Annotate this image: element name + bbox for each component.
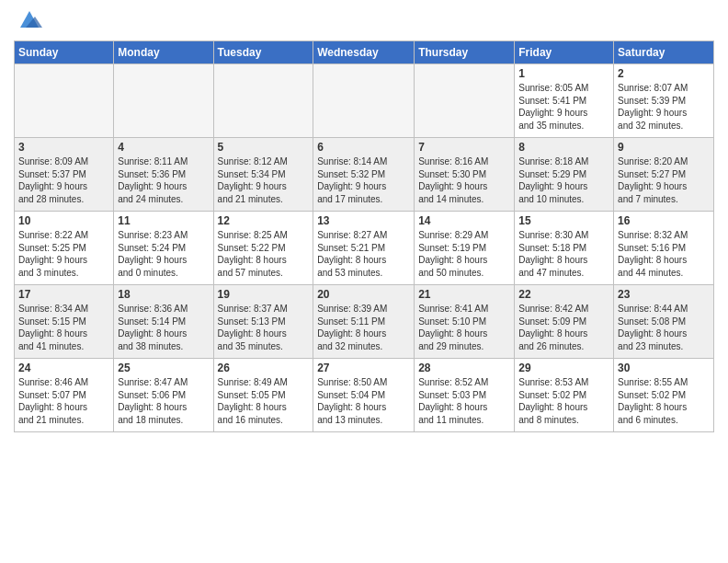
calendar-cell: 10Sunrise: 8:22 AM Sunset: 5:25 PM Dayli… [15, 212, 114, 285]
calendar-week-row: 10Sunrise: 8:22 AM Sunset: 5:25 PM Dayli… [15, 212, 714, 285]
day-number: 26 [218, 362, 310, 374]
day-number: 28 [418, 362, 510, 374]
day-info: Sunrise: 8:44 AM Sunset: 5:08 PM Dayligh… [618, 303, 710, 352]
day-number: 23 [618, 288, 710, 301]
calendar-cell: 27Sunrise: 8:50 AM Sunset: 5:04 PM Dayli… [313, 359, 415, 432]
day-number: 30 [618, 362, 710, 374]
day-number: 27 [317, 362, 410, 374]
calendar-cell: 26Sunrise: 8:49 AM Sunset: 5:05 PM Dayli… [213, 359, 313, 432]
calendar-cell: 16Sunrise: 8:32 AM Sunset: 5:16 PM Dayli… [614, 212, 714, 285]
day-info: Sunrise: 8:22 AM Sunset: 5:25 PM Dayligh… [18, 229, 109, 279]
weekday-header-monday: Monday [114, 41, 213, 64]
calendar-cell: 17Sunrise: 8:34 AM Sunset: 5:15 PM Dayli… [15, 285, 114, 359]
day-info: Sunrise: 8:23 AM Sunset: 5:24 PM Dayligh… [118, 229, 209, 279]
day-info: Sunrise: 8:32 AM Sunset: 5:16 PM Dayligh… [618, 229, 710, 279]
day-number: 20 [317, 288, 410, 301]
calendar-cell: 4Sunrise: 8:11 AM Sunset: 5:36 PM Daylig… [114, 138, 213, 212]
day-number: 3 [18, 141, 109, 154]
logo-icon [17, 7, 42, 33]
day-info: Sunrise: 8:49 AM Sunset: 5:05 PM Dayligh… [218, 376, 310, 426]
day-info: Sunrise: 8:25 AM Sunset: 5:22 PM Dayligh… [218, 229, 310, 279]
calendar-cell: 15Sunrise: 8:30 AM Sunset: 5:18 PM Dayli… [515, 212, 614, 285]
day-number: 22 [518, 288, 609, 301]
calendar-cell: 3Sunrise: 8:09 AM Sunset: 5:37 PM Daylig… [15, 138, 114, 212]
day-number: 8 [518, 141, 609, 154]
day-info: Sunrise: 8:47 AM Sunset: 5:06 PM Dayligh… [118, 376, 209, 426]
calendar-table: SundayMondayTuesdayWednesdayThursdayFrid… [14, 40, 714, 432]
calendar-cell [15, 64, 114, 138]
day-info: Sunrise: 8:12 AM Sunset: 5:34 PM Dayligh… [218, 155, 310, 205]
day-info: Sunrise: 8:14 AM Sunset: 5:32 PM Dayligh… [317, 155, 410, 205]
calendar-cell: 14Sunrise: 8:29 AM Sunset: 5:19 PM Dayli… [415, 212, 515, 285]
weekday-header-row: SundayMondayTuesdayWednesdayThursdayFrid… [15, 41, 714, 64]
day-info: Sunrise: 8:05 AM Sunset: 5:41 PM Dayligh… [518, 82, 609, 132]
calendar-cell: 12Sunrise: 8:25 AM Sunset: 5:22 PM Dayli… [213, 212, 313, 285]
calendar-cell: 9Sunrise: 8:20 AM Sunset: 5:27 PM Daylig… [614, 138, 714, 212]
day-info: Sunrise: 8:34 AM Sunset: 5:15 PM Dayligh… [18, 303, 109, 352]
page: SundayMondayTuesdayWednesdayThursdayFrid… [0, 0, 728, 442]
day-info: Sunrise: 8:16 AM Sunset: 5:30 PM Dayligh… [418, 155, 510, 205]
day-number: 19 [218, 288, 310, 301]
day-number: 29 [518, 362, 609, 374]
calendar-cell: 13Sunrise: 8:27 AM Sunset: 5:21 PM Dayli… [313, 212, 415, 285]
day-info: Sunrise: 8:52 AM Sunset: 5:03 PM Dayligh… [418, 376, 510, 426]
calendar-week-row: 3Sunrise: 8:09 AM Sunset: 5:37 PM Daylig… [15, 138, 714, 212]
day-number: 7 [418, 141, 510, 154]
calendar-cell: 7Sunrise: 8:16 AM Sunset: 5:30 PM Daylig… [415, 138, 515, 212]
logo [14, 13, 42, 33]
calendar-cell [415, 64, 515, 138]
calendar-cell [114, 64, 213, 138]
calendar-cell: 29Sunrise: 8:53 AM Sunset: 5:02 PM Dayli… [515, 359, 614, 432]
calendar-cell: 25Sunrise: 8:47 AM Sunset: 5:06 PM Dayli… [114, 359, 213, 432]
day-info: Sunrise: 8:30 AM Sunset: 5:18 PM Dayligh… [518, 229, 609, 279]
day-info: Sunrise: 8:18 AM Sunset: 5:29 PM Dayligh… [518, 155, 609, 205]
weekday-header-sunday: Sunday [15, 41, 114, 64]
day-number: 13 [317, 214, 410, 227]
day-number: 11 [118, 214, 209, 227]
day-info: Sunrise: 8:39 AM Sunset: 5:11 PM Dayligh… [317, 303, 410, 352]
day-number: 24 [18, 362, 109, 374]
day-number: 17 [18, 288, 109, 301]
day-info: Sunrise: 8:55 AM Sunset: 5:02 PM Dayligh… [618, 376, 710, 426]
day-number: 16 [618, 214, 710, 227]
calendar-cell: 1Sunrise: 8:05 AM Sunset: 5:41 PM Daylig… [515, 64, 614, 138]
day-info: Sunrise: 8:11 AM Sunset: 5:36 PM Dayligh… [118, 155, 209, 205]
day-info: Sunrise: 8:36 AM Sunset: 5:14 PM Dayligh… [118, 303, 209, 352]
calendar-week-row: 1Sunrise: 8:05 AM Sunset: 5:41 PM Daylig… [15, 64, 714, 138]
weekday-header-friday: Friday [515, 41, 614, 64]
calendar-cell [213, 64, 313, 138]
day-info: Sunrise: 8:09 AM Sunset: 5:37 PM Dayligh… [18, 155, 109, 205]
calendar-week-row: 24Sunrise: 8:46 AM Sunset: 5:07 PM Dayli… [15, 359, 714, 432]
day-number: 18 [118, 288, 209, 301]
calendar-cell: 8Sunrise: 8:18 AM Sunset: 5:29 PM Daylig… [515, 138, 614, 212]
day-info: Sunrise: 8:20 AM Sunset: 5:27 PM Dayligh… [618, 155, 710, 205]
calendar-cell: 11Sunrise: 8:23 AM Sunset: 5:24 PM Dayli… [114, 212, 213, 285]
weekday-header-thursday: Thursday [415, 41, 515, 64]
calendar-cell: 5Sunrise: 8:12 AM Sunset: 5:34 PM Daylig… [213, 138, 313, 212]
calendar-cell [313, 64, 415, 138]
calendar-cell: 19Sunrise: 8:37 AM Sunset: 5:13 PM Dayli… [213, 285, 313, 359]
day-number: 2 [618, 67, 710, 80]
day-info: Sunrise: 8:46 AM Sunset: 5:07 PM Dayligh… [18, 376, 109, 426]
calendar-cell: 22Sunrise: 8:42 AM Sunset: 5:09 PM Dayli… [515, 285, 614, 359]
calendar-cell: 21Sunrise: 8:41 AM Sunset: 5:10 PM Dayli… [415, 285, 515, 359]
calendar-cell: 6Sunrise: 8:14 AM Sunset: 5:32 PM Daylig… [313, 138, 415, 212]
day-number: 14 [418, 214, 510, 227]
day-info: Sunrise: 8:29 AM Sunset: 5:19 PM Dayligh… [418, 229, 510, 279]
header [14, 9, 714, 33]
day-info: Sunrise: 8:27 AM Sunset: 5:21 PM Dayligh… [317, 229, 410, 279]
day-number: 5 [218, 141, 310, 154]
weekday-header-saturday: Saturday [614, 41, 714, 64]
weekday-header-wednesday: Wednesday [313, 41, 415, 64]
day-info: Sunrise: 8:41 AM Sunset: 5:10 PM Dayligh… [418, 303, 510, 352]
day-info: Sunrise: 8:50 AM Sunset: 5:04 PM Dayligh… [317, 376, 410, 426]
day-info: Sunrise: 8:37 AM Sunset: 5:13 PM Dayligh… [218, 303, 310, 352]
calendar-week-row: 17Sunrise: 8:34 AM Sunset: 5:15 PM Dayli… [15, 285, 714, 359]
calendar-cell: 2Sunrise: 8:07 AM Sunset: 5:39 PM Daylig… [614, 64, 714, 138]
day-info: Sunrise: 8:07 AM Sunset: 5:39 PM Dayligh… [618, 82, 710, 132]
day-number: 10 [18, 214, 109, 227]
calendar-cell: 24Sunrise: 8:46 AM Sunset: 5:07 PM Dayli… [15, 359, 114, 432]
calendar-cell: 18Sunrise: 8:36 AM Sunset: 5:14 PM Dayli… [114, 285, 213, 359]
day-info: Sunrise: 8:42 AM Sunset: 5:09 PM Dayligh… [518, 303, 609, 352]
calendar-cell: 28Sunrise: 8:52 AM Sunset: 5:03 PM Dayli… [415, 359, 515, 432]
